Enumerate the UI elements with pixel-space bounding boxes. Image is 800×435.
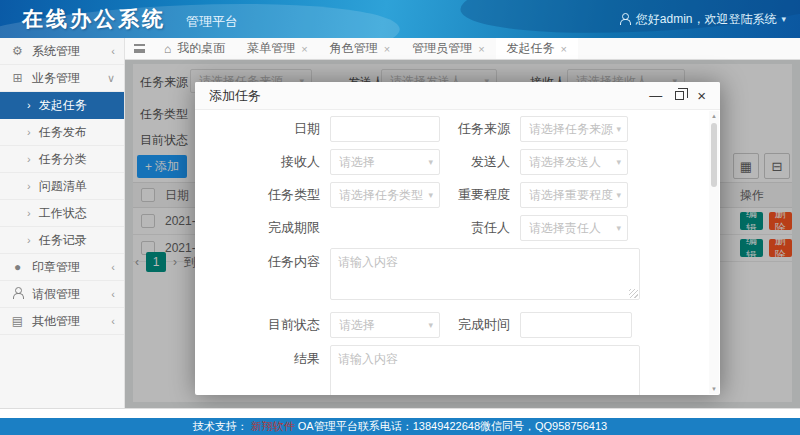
finish-time-input[interactable] — [520, 312, 632, 338]
content-textarea[interactable] — [330, 248, 640, 300]
app-header: 在线办公系统 管理平台 您好admin，欢迎登陆系统 ▾ — [0, 0, 800, 38]
bottom-strip — [0, 408, 800, 418]
chevron-right-icon: › — [27, 153, 31, 165]
content-label: 任务内容 — [195, 248, 330, 271]
scroll-up-icon[interactable]: ▲ — [709, 111, 719, 121]
scrollbar-thumb[interactable] — [711, 123, 717, 187]
app-title: 在线办公系统 — [22, 5, 166, 33]
chevron-right-icon: › — [27, 99, 31, 111]
sidebar-item-system-mgmt[interactable]: ⚙ 系统管理 ‹ — [0, 38, 124, 65]
brand: 在线办公系统 管理平台 — [22, 0, 238, 38]
chevron-down-icon: ▾ — [428, 190, 433, 200]
sidebar-item-task-publish[interactable]: › 任务发布 — [0, 119, 124, 146]
sidebar-item-task-category[interactable]: › 任务分类 — [0, 146, 124, 173]
date-label: 日期 — [195, 120, 330, 138]
sidebar-item-label: 任务记录 — [39, 232, 87, 249]
tab-label: 角色管理 — [330, 40, 378, 57]
close-icon[interactable]: × — [384, 43, 390, 55]
select-placeholder: 请选择发送人 — [529, 154, 601, 171]
result-label: 结果 — [195, 345, 330, 368]
sidebar-item-label: 问题清单 — [39, 178, 87, 195]
sidebar-item-launch-task[interactable]: › 发起任务 — [0, 92, 124, 119]
status-label: 目前状态 — [195, 316, 330, 334]
apps-icon: ⊞ — [10, 71, 25, 85]
chevron-down-icon: ▾ — [428, 320, 433, 330]
app-screen: 在线办公系统 管理平台 您好admin，欢迎登陆系统 ▾ ⚙ 系统管理 ‹ ⊞ … — [0, 0, 800, 435]
source-label: 任务来源 — [440, 120, 520, 138]
tab-menu-mgmt[interactable]: 菜单管理 × — [236, 38, 318, 59]
collapse-sidebar-button[interactable] — [125, 38, 153, 59]
clipboard-icon: ▤ — [10, 314, 25, 328]
scroll-down-icon[interactable]: ▼ — [709, 384, 719, 394]
tab-launch-task[interactable]: 发起任务 × — [496, 38, 578, 59]
maximize-icon[interactable] — [675, 91, 684, 100]
select-placeholder: 请选择任务来源 — [529, 121, 613, 138]
form-row-content: 任务内容 — [195, 248, 720, 300]
close-icon[interactable]: × — [561, 43, 567, 55]
sender-select[interactable]: 请选择发送人 ▾ — [520, 149, 628, 175]
close-icon[interactable]: × — [478, 43, 484, 55]
user-icon — [619, 13, 631, 25]
select-placeholder: 请选择责任人 — [529, 220, 601, 237]
tab-admin-mgmt[interactable]: 管理员管理 × — [401, 38, 495, 59]
sidebar: ⚙ 系统管理 ‹ ⊞ 业务管理 ∨ › 发起任务 › 任务发布 › 任务分类 ›… — [0, 38, 125, 418]
platform-label: 管理平台 — [186, 7, 238, 31]
tab-label: 菜单管理 — [247, 40, 295, 57]
chevron-down-icon: ▾ — [781, 14, 786, 24]
support-prefix: 技术支持： — [193, 419, 248, 434]
form-row-result: 结果 — [195, 345, 720, 395]
chevron-down-icon: ▾ — [428, 157, 433, 167]
finish-time-label: 完成时间 — [440, 316, 520, 334]
modal-scrollbar[interactable]: ▲ ▼ — [709, 111, 719, 394]
result-textarea[interactable] — [330, 345, 640, 395]
form-row-status-finishtime: 目前状态 请选择 ▾ 完成时间 — [195, 312, 720, 338]
chevron-left-icon: ‹ — [111, 45, 115, 57]
date-input[interactable] — [330, 116, 440, 142]
tab-my-desktop[interactable]: ⌂ 我的桌面 — [153, 38, 236, 59]
person-icon — [10, 287, 25, 302]
sidebar-item-issue-list[interactable]: › 问题清单 — [0, 173, 124, 200]
sidebar-item-label: 请假管理 — [32, 286, 80, 303]
gear-icon: ⚙ — [10, 44, 25, 58]
vendor-name: 新翔软件 — [251, 419, 295, 434]
chevron-left-icon: ‹ — [111, 261, 115, 273]
importance-select[interactable]: 请选择重要程度 ▾ — [520, 182, 628, 208]
tab-role-mgmt[interactable]: 角色管理 × — [319, 38, 401, 59]
close-icon[interactable]: × — [301, 43, 307, 55]
chevron-down-icon: ∨ — [107, 72, 115, 85]
owner-label: 责任人 — [440, 219, 520, 237]
select-placeholder: 请选择 — [339, 154, 375, 171]
modal-header: 添加任务 — × — [195, 82, 720, 110]
owner-select[interactable]: 请选择责任人 ▾ — [520, 215, 628, 241]
select-placeholder: 请选择任务类型 — [339, 187, 423, 204]
select-placeholder: 请选择重要程度 — [529, 187, 613, 204]
type-select[interactable]: 请选择任务类型 ▾ — [330, 182, 440, 208]
sidebar-item-seal-mgmt[interactable]: ● 印章管理 ‹ — [0, 254, 124, 281]
type-label: 任务类型 — [195, 186, 330, 204]
sidebar-item-other-mgmt[interactable]: ▤ 其他管理 ‹ — [0, 308, 124, 335]
select-placeholder: 请选择 — [339, 317, 375, 334]
sidebar-item-label: 任务发布 — [39, 124, 87, 141]
sidebar-item-leave-mgmt[interactable]: 请假管理 ‹ — [0, 281, 124, 308]
source-select[interactable]: 请选择任务来源 ▾ — [520, 116, 628, 142]
receiver-label: 接收人 — [195, 153, 330, 171]
sidebar-item-label: 系统管理 — [32, 43, 80, 60]
sidebar-item-label: 印章管理 — [32, 259, 80, 276]
sender-label: 发送人 — [440, 153, 520, 171]
resize-handle[interactable] — [629, 289, 638, 298]
minimize-icon[interactable]: — — [649, 91, 662, 101]
chevron-left-icon: ‹ — [111, 315, 115, 327]
sidebar-item-work-status[interactable]: › 工作状态 — [0, 200, 124, 227]
receiver-select[interactable]: 请选择 ▾ — [330, 149, 440, 175]
form-row-type-importance: 任务类型 请选择任务类型 ▾ 重要程度 请选择重要程度 ▾ — [195, 182, 720, 208]
sidebar-item-business-mgmt[interactable]: ⊞ 业务管理 ∨ — [0, 65, 124, 92]
close-icon[interactable]: × — [697, 89, 706, 102]
sidebar-item-label: 任务分类 — [39, 151, 87, 168]
importance-label: 重要程度 — [440, 186, 520, 204]
sidebar-item-task-record[interactable]: › 任务记录 — [0, 227, 124, 254]
form-row-deadline-owner: 完成期限 责任人 请选择责任人 ▾ — [195, 215, 720, 241]
user-menu[interactable]: 您好admin，欢迎登陆系统 ▾ — [619, 0, 786, 38]
sidebar-item-label: 业务管理 — [32, 70, 80, 87]
status-select[interactable]: 请选择 ▾ — [330, 312, 440, 338]
tab-label: 我的桌面 — [177, 40, 225, 57]
